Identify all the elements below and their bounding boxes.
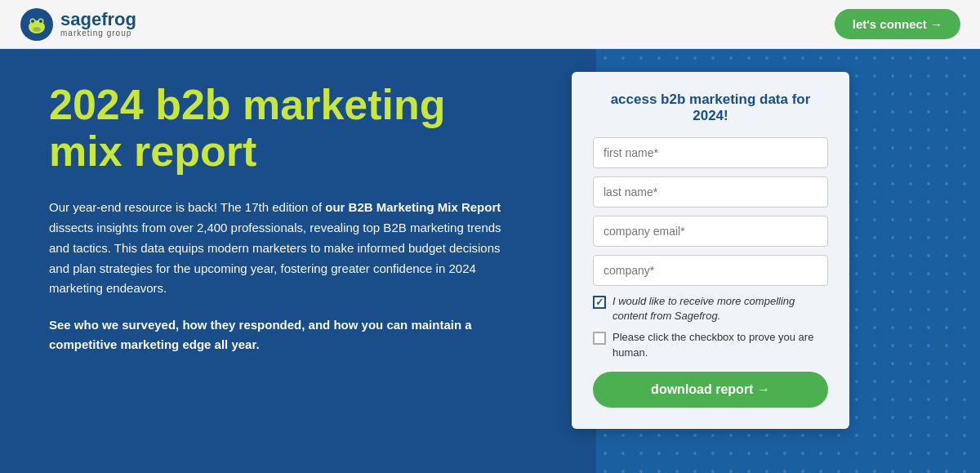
lets-connect-button[interactable]: let's connect → <box>835 9 960 39</box>
checkbox-content-label: I would like to receive more compelling … <box>612 294 828 324</box>
checkbox-human-unchecked[interactable] <box>593 332 606 345</box>
checkbox-content-row[interactable]: ✓ I would like to receive more compellin… <box>593 294 828 324</box>
checkbox-human-label: Please click the checkbox to prove you a… <box>612 330 828 359</box>
download-report-label: download report → <box>651 382 770 397</box>
right-panel: access b2b marketing data for 2024! ✓ I … <box>555 49 866 473</box>
main-description: Our year-end resource is back! The 17th … <box>49 198 514 299</box>
svg-point-4 <box>31 20 34 23</box>
logo-name: sagefrog <box>60 11 136 29</box>
last-name-input[interactable] <box>593 176 828 207</box>
form-card: access b2b marketing data for 2024! ✓ I … <box>572 72 849 429</box>
checkbox-content-checked[interactable]: ✓ <box>593 296 606 309</box>
left-panel: 2024 b2b marketing mix report Our year-e… <box>0 49 555 473</box>
svg-point-5 <box>39 20 42 23</box>
header: sagefrog marketing group let's connect → <box>0 0 980 49</box>
main-content: 2024 b2b marketing mix report Our year-e… <box>0 49 980 473</box>
checkbox-human-row[interactable]: Please click the checkbox to prove you a… <box>593 330 828 359</box>
lets-connect-label: let's connect → <box>853 17 942 31</box>
email-input[interactable] <box>593 216 828 247</box>
logo-area: sagefrog marketing group <box>20 7 136 42</box>
logo-sub: marketing group <box>60 29 136 38</box>
download-report-button[interactable]: download report → <box>593 372 828 408</box>
form-title: access b2b marketing data for 2024! <box>593 91 828 124</box>
sagefrog-logo-icon <box>20 7 54 42</box>
logo-text: sagefrog marketing group <box>60 11 136 38</box>
company-input[interactable] <box>593 255 828 286</box>
page-title: 2024 b2b marketing mix report <box>49 82 514 175</box>
svg-point-6 <box>33 27 41 32</box>
main-cta-text: See who we surveyed, how they responded,… <box>49 315 514 355</box>
first-name-input[interactable] <box>593 137 828 168</box>
